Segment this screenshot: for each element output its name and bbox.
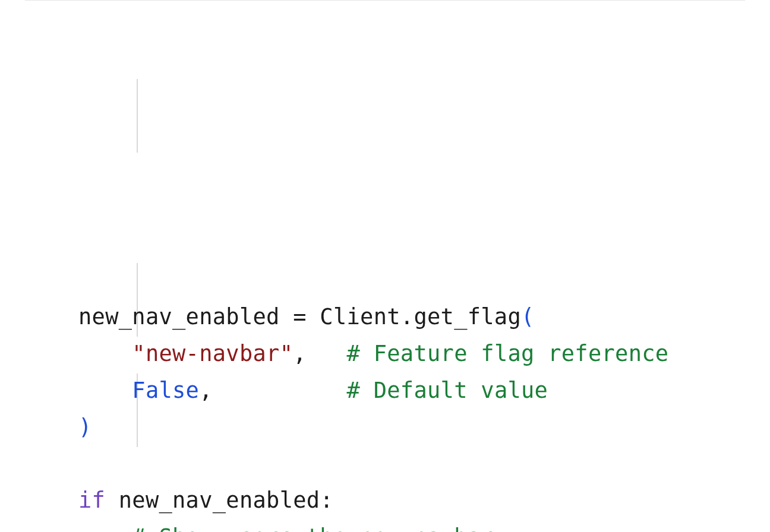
string-literal: "new-navbar": [132, 341, 293, 366]
code-line-6: if new_nav_enabled:: [78, 487, 333, 513]
constant-false: False: [132, 378, 199, 403]
comment: # Default value: [347, 378, 548, 403]
colon: :: [320, 487, 333, 513]
comment: # Show users the new navbar: [132, 524, 494, 532]
whitespace: [307, 341, 347, 366]
code-line-7: # Show users the new navbar: [132, 524, 494, 532]
code-line-1: new_nav_enabled = Client.get_flag(: [78, 304, 535, 330]
keyword-if: if: [78, 487, 105, 513]
code-line-4: ): [78, 414, 92, 440]
operator-equals: =: [293, 304, 307, 330]
code-snippet: new_nav_enabled = Client.get_flag( "new-…: [25, 0, 745, 532]
code-text: new_nav_enabled = Client.get_flag( "new-…: [78, 299, 745, 532]
identifier: new_nav_enabled: [78, 304, 293, 330]
comma: ,: [293, 341, 307, 366]
code-line-3: False, # Default value: [132, 378, 548, 403]
code-line-2: "new-navbar", # Feature flag reference: [132, 341, 668, 366]
method-name: get_flag: [414, 304, 521, 330]
whitespace: [213, 378, 347, 403]
paren-open: (: [521, 304, 535, 330]
paren-close: ): [78, 414, 92, 440]
indent-guide: [137, 79, 138, 153]
comment: # Feature flag reference: [347, 341, 669, 366]
dot: .: [400, 304, 414, 330]
identifier: new_nav_enabled: [105, 487, 320, 513]
comma: ,: [199, 378, 213, 403]
identifier: Client: [307, 304, 400, 330]
